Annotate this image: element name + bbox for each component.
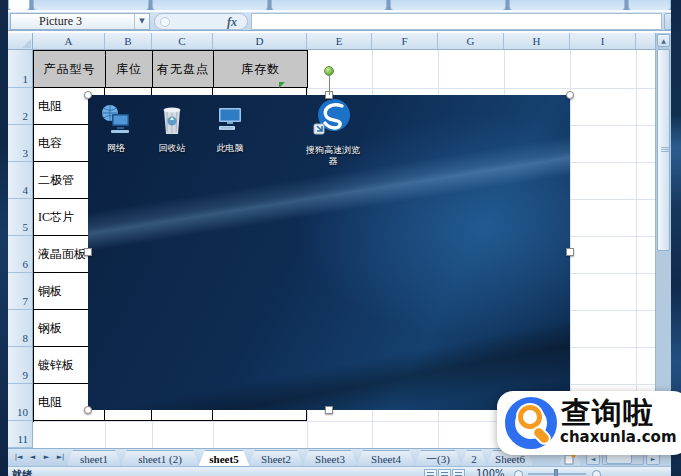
sheet-tab-label: sheet5 <box>209 453 238 465</box>
status-ready-label: 就绪 <box>12 468 32 476</box>
zoom-out-button[interactable] <box>514 470 523 476</box>
select-all-corner[interactable] <box>8 33 33 50</box>
column-header-B[interactable]: B <box>105 33 152 50</box>
desktop-icon-label: 回收站 <box>159 143 186 154</box>
formula-bar-row: Picture 3 ▼ fx « <box>8 12 671 31</box>
zoom-level-label: 100% <box>476 468 505 476</box>
sheet-tab-sheet5[interactable]: sheet5 <box>198 450 250 467</box>
sheet-tab-Sheet3[interactable]: Sheet3 <box>302 450 358 467</box>
first-sheet-button[interactable]: |◄ <box>12 451 25 464</box>
cell-error-indicator <box>279 82 285 88</box>
row-header-9[interactable]: 9 <box>8 347 33 384</box>
sheet-tab-Sheet2[interactable]: Sheet2 <box>248 450 304 467</box>
ribbon-block <box>390 0 506 11</box>
sheet-tab-label: sheet1 <box>80 453 108 465</box>
ribbon-block <box>628 0 671 11</box>
fx-icon: fx <box>227 14 237 30</box>
desktop-icon-label: 此电脑 <box>217 143 244 154</box>
insert-function-button[interactable]: fx <box>154 13 248 30</box>
desktop-icon-this-pc[interactable]: 此电脑 <box>206 103 254 154</box>
selection-handle-middle-right[interactable] <box>566 248 574 256</box>
scroll-up-button[interactable]: ▲ <box>657 34 670 47</box>
column-header-E[interactable]: E <box>307 33 372 50</box>
desktop-icon-label: 搜狗高速浏览器 <box>304 145 362 167</box>
row-header-7[interactable]: 7 <box>8 273 33 310</box>
excel-window: Picture 3 ▼ fx « ABCDEFGHI 1234567891011… <box>0 0 681 476</box>
sheet-tab-Sheet4[interactable]: Sheet4 <box>356 450 416 467</box>
name-box-dropdown-icon[interactable]: ▼ <box>134 14 149 29</box>
next-sheet-button[interactable]: ► <box>40 451 53 464</box>
page-layout-view-button[interactable] <box>438 469 451 476</box>
sheet-tab-label: 2 <box>471 453 477 465</box>
vertical-scrollbar[interactable]: ▲ ▼ <box>655 33 671 448</box>
desktop-icon-recycle-bin[interactable]: 回收站 <box>150 103 194 154</box>
ribbon-block <box>509 0 625 11</box>
gridline <box>636 50 637 448</box>
rotation-handle-stem <box>329 76 330 95</box>
prev-sheet-button[interactable]: ◄ <box>26 451 39 464</box>
selection-handle-top-left[interactable] <box>84 91 92 99</box>
row-header-4[interactable]: 4 <box>8 162 33 199</box>
network-icon <box>99 103 133 141</box>
watermark-domain: chaxunla.com <box>560 428 677 446</box>
column-header-I[interactable]: I <box>570 33 636 50</box>
this-pc-icon <box>213 103 247 141</box>
selection-handle-bottom-center[interactable] <box>325 406 333 414</box>
chaxunla-watermark: 查询啦 chaxunla.com <box>497 391 681 455</box>
vertical-scroll-thumb[interactable] <box>657 49 670 251</box>
rotation-handle[interactable] <box>324 66 334 76</box>
sheet-tab-label: 一(3) <box>426 453 450 465</box>
row-header-6[interactable]: 6 <box>8 236 33 273</box>
name-box[interactable]: Picture 3 <box>10 13 150 30</box>
cell-header-D1[interactable]: 库存数 <box>214 51 308 88</box>
status-bar: 就绪 100% <box>8 466 671 476</box>
corner-triangle-icon <box>22 39 31 48</box>
normal-view-button[interactable] <box>424 469 437 476</box>
magnifier-lens-icon <box>518 405 542 429</box>
formula-input[interactable] <box>251 13 662 30</box>
zoom-in-button[interactable] <box>592 470 601 476</box>
sheet-tab-label: Sheet3 <box>315 453 345 465</box>
thumb-grip-icon <box>661 147 669 152</box>
column-header-F[interactable]: F <box>372 33 438 50</box>
column-header-C[interactable]: C <box>152 33 213 50</box>
sogou-browser-icon <box>312 97 354 143</box>
window-left-edge <box>0 0 8 476</box>
desktop-icon-sogou-browser[interactable]: 搜狗高速浏览器 <box>304 97 362 167</box>
page-break-view-button[interactable] <box>452 469 465 476</box>
sheet-tab-label: sheet1 (2) <box>138 453 182 465</box>
sheet-tab-sheet1[interactable]: sheet1 <box>66 450 122 467</box>
row-header-11[interactable]: 11 <box>8 421 33 448</box>
desktop-screenshot-picture[interactable]: 网络回收站此电脑搜狗高速浏览器 <box>88 95 570 410</box>
selection-handle-bottom-left[interactable] <box>84 406 92 414</box>
ribbon-block <box>8 0 30 11</box>
function-circle-icon <box>160 17 170 27</box>
row-header-10[interactable]: 10 <box>8 384 33 421</box>
row-header-3[interactable]: 3 <box>8 125 33 162</box>
desktop-icon-network[interactable]: 网络 <box>94 103 138 154</box>
column-header-D[interactable]: D <box>213 33 307 50</box>
cell-header-A1[interactable]: 产品型号 <box>34 51 106 88</box>
column-header-H[interactable]: H <box>504 33 570 50</box>
row-header-5[interactable]: 5 <box>8 199 33 236</box>
ribbon-block <box>33 0 149 11</box>
ribbon-bottom-strip <box>8 0 671 11</box>
last-sheet-button[interactable]: ►| <box>54 451 67 464</box>
sheet-tab-2[interactable]: 2 <box>460 450 488 467</box>
row-header-2[interactable]: 2 <box>8 88 33 125</box>
cell-header-B1[interactable]: 库位 <box>106 51 153 88</box>
selection-handle-middle-left[interactable] <box>84 248 92 256</box>
ribbon-block <box>271 0 387 11</box>
zoom-slider-thumb[interactable] <box>554 469 558 476</box>
row-header-1[interactable]: 1 <box>8 50 33 88</box>
selection-handle-top-right[interactable] <box>566 91 574 99</box>
sheet-tab-label: Sheet4 <box>371 453 401 465</box>
column-header-G[interactable]: G <box>438 33 504 50</box>
recycle-bin-icon <box>155 103 189 141</box>
cell-header-C1[interactable]: 有无盘点 <box>153 51 214 88</box>
sheet-tab-label: Sheet2 <box>261 453 291 465</box>
row-header-8[interactable]: 8 <box>8 310 33 347</box>
sheet-tab--3-[interactable]: 一(3) <box>414 450 462 467</box>
column-header-A[interactable]: A <box>33 33 105 50</box>
sheet-tab-sheet1-2-[interactable]: sheet1 (2) <box>120 450 200 467</box>
